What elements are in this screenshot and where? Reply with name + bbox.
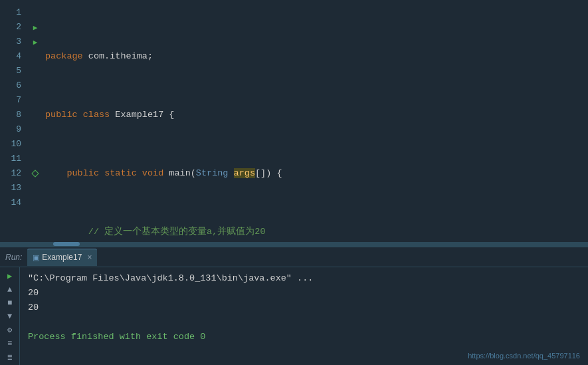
- scroll-bar: [53, 242, 80, 246]
- panel-body: ▶ ▲ ■ ▼ ⚙ ≡ ≣ "C:\Program File: [0, 267, 588, 365]
- keyword-class: class: [83, 110, 110, 120]
- gutter-5: [28, 64, 43, 78]
- run-label: Run:: [5, 253, 22, 262]
- output-line-3: 20: [28, 301, 580, 315]
- console-output[interactable]: "C:\Program Files\Java\jdk1.8.0_131\bin\…: [20, 267, 588, 365]
- tab-close-button[interactable]: ×: [87, 253, 92, 262]
- settings-button[interactable]: ⚙: [3, 325, 17, 335]
- gutter-9: [28, 122, 43, 137]
- gutter-3: ▶: [28, 35, 43, 49]
- list1-button[interactable]: ≡: [3, 339, 17, 348]
- gutter-6: [28, 78, 43, 93]
- line-num-11: 11: [4, 152, 21, 166]
- code-line-3: public static void main(String args[]) {: [45, 166, 588, 181]
- side-toolbar: ▶ ▲ ■ ▼ ⚙ ≡ ≣: [0, 267, 20, 365]
- line-num-1: 1: [4, 5, 21, 20]
- up-icon: ▲: [7, 285, 12, 295]
- line-num-7: 7: [4, 93, 21, 108]
- bottom-wrapper: "C:\Program Files\Java\jdk1.8.0_131\bin\…: [20, 267, 588, 365]
- output-line-2: 20: [28, 286, 580, 301]
- bottom-panel: Run: ▣ Example17 × ▶ ▲ ■ ▼ ⚙ ≡: [0, 246, 588, 365]
- keyword-public-3: public: [66, 168, 99, 178]
- gutter-12: [28, 166, 43, 181]
- play-button[interactable]: ▶: [3, 271, 17, 281]
- gutter-10: [28, 137, 43, 152]
- keyword-void: void: [142, 168, 163, 178]
- gutter-11: [28, 152, 43, 166]
- line-num-4: 4: [4, 49, 21, 64]
- gutter-7: [28, 93, 43, 108]
- highlight-args: args: [234, 168, 255, 178]
- editor-area: 1 2 3 4 5 6 7 8 9 10 11 12 13 14 ▶ ▶: [0, 0, 588, 246]
- up-button[interactable]: ▲: [3, 285, 17, 295]
- run-tab-bar: Run: ▣ Example17 ×: [0, 247, 588, 267]
- scroll-indicator[interactable]: [0, 242, 588, 246]
- line-num-3: 3: [4, 35, 21, 49]
- gutter-13: [28, 181, 43, 195]
- gutter-8: [28, 108, 43, 122]
- line-num-2: 2: [4, 20, 21, 35]
- arrow-icon-3: ▶: [33, 38, 38, 47]
- arrow-icon-2: ▶: [33, 23, 38, 32]
- comment-4: // 定义一个基本类型的变量a,并赋值为20: [45, 227, 266, 237]
- line-numbers: 1 2 3 4 5 6 7 8 9 10 11 12 13 14: [0, 0, 28, 242]
- gutter: ▶ ▶: [28, 0, 43, 242]
- output-line-4: [28, 315, 580, 330]
- code-lines[interactable]: package com.itheima; public class Exampl…: [43, 0, 588, 242]
- line-num-12: 12: [4, 166, 21, 181]
- run-tab[interactable]: ▣ Example17 ×: [27, 249, 97, 266]
- line-num-10: 10: [4, 137, 21, 152]
- code-content: 1 2 3 4 5 6 7 8 9 10 11 12 13 14 ▶ ▶: [0, 0, 588, 242]
- line-num-6: 6: [4, 78, 21, 93]
- play-icon: ▶: [7, 271, 12, 281]
- output-line-5: Process finished with exit code 0: [28, 330, 580, 344]
- keyword-public-2: public: [45, 110, 78, 120]
- stop-button[interactable]: ■: [3, 299, 17, 308]
- line-num-14: 14: [4, 195, 21, 210]
- list1-icon: ≡: [7, 339, 12, 348]
- tab-file-icon: ▣: [33, 253, 39, 262]
- gutter-1: [28, 5, 43, 20]
- code-line-4: // 定义一个基本类型的变量a,并赋值为20: [45, 225, 588, 239]
- keyword-static: static: [104, 168, 137, 178]
- gutter-2: ▶: [28, 20, 43, 35]
- stop-icon: ■: [7, 299, 12, 308]
- list2-icon: ≣: [7, 352, 12, 362]
- tab-name: Example17: [42, 253, 82, 262]
- gutter-14: [28, 195, 43, 210]
- output-line-1: "C:\Program Files\Java\jdk1.8.0_131\bin\…: [28, 271, 580, 286]
- code-line-1: package com.itheima;: [45, 49, 588, 64]
- list2-button[interactable]: ≣: [3, 352, 17, 362]
- line-num-5: 5: [4, 64, 21, 78]
- line-num-9: 9: [4, 122, 21, 137]
- down-icon: ▼: [7, 312, 12, 321]
- gutter-4: [28, 49, 43, 64]
- down-button[interactable]: ▼: [3, 312, 17, 321]
- line-num-13: 13: [4, 181, 21, 195]
- line-num-8: 8: [4, 108, 21, 122]
- code-line-2: public class Example17 {: [45, 108, 588, 122]
- keyword-package: package: [45, 51, 83, 61]
- settings-icon: ⚙: [7, 325, 12, 335]
- type-string: String: [196, 168, 229, 178]
- diamond-icon-12: [31, 170, 39, 177]
